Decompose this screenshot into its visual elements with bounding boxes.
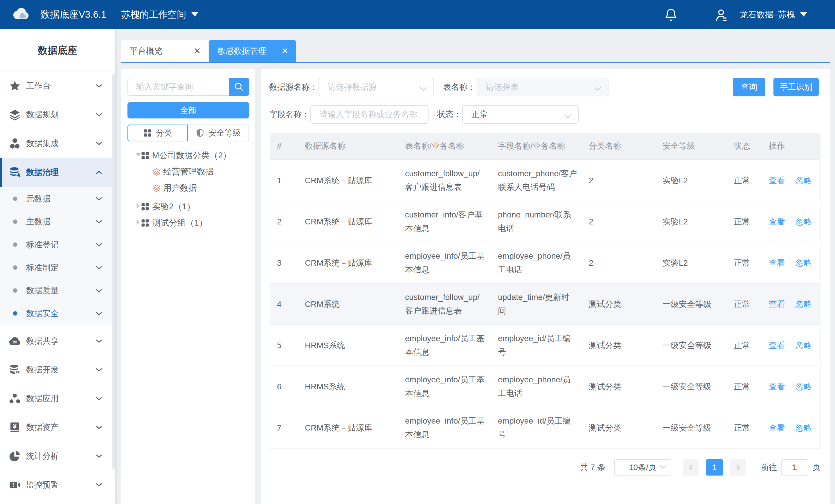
svg-text:¥: ¥	[13, 423, 17, 430]
